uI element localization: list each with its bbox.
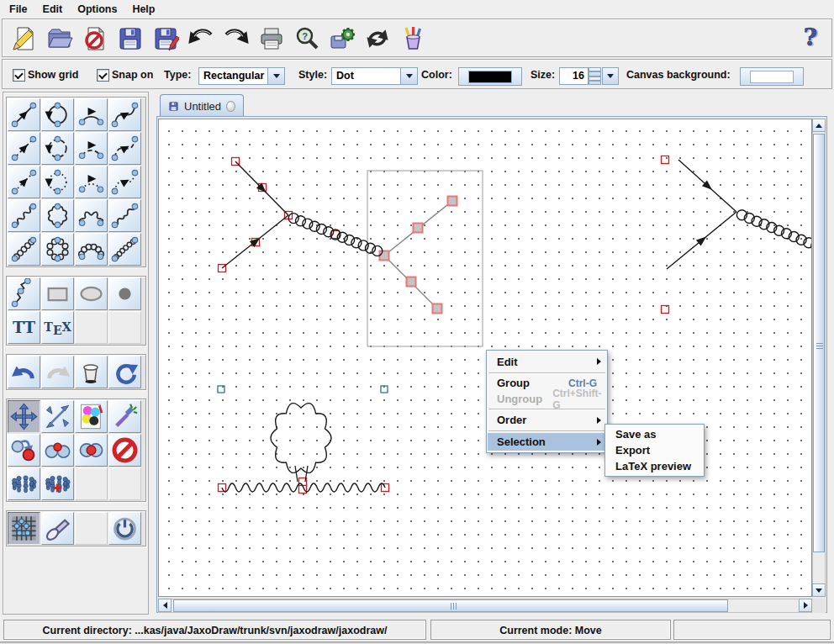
text-button[interactable]: TT <box>8 311 40 344</box>
context-menu-item-edit[interactable]: Edit <box>488 352 606 371</box>
grid-size-dropdown-button[interactable] <box>602 67 619 85</box>
ghost-arc-button[interactable] <box>75 166 108 198</box>
gluon-arc-button[interactable] <box>75 233 108 266</box>
menu-edit[interactable]: Edit <box>35 3 71 15</box>
grid-type-dropdown-button[interactable] <box>267 68 284 84</box>
refresh-button[interactable] <box>362 24 392 53</box>
snap-on-checkbox[interactable] <box>97 69 109 82</box>
drawing-canvas[interactable] <box>158 119 812 597</box>
scalar-line-button[interactable] <box>8 132 40 165</box>
export-button[interactable] <box>221 24 251 53</box>
resize-button[interactable] <box>41 400 74 433</box>
delete-button[interactable] <box>108 434 141 467</box>
zigzag-line-icon <box>8 278 40 309</box>
photon-arc-button[interactable] <box>75 199 108 232</box>
photon-line-button[interactable] <box>8 199 40 232</box>
latex-text-icon: TEX <box>42 312 73 343</box>
connect-button[interactable] <box>41 434 74 467</box>
photon-loop-button[interactable] <box>41 199 74 232</box>
scroll-left-button[interactable] <box>158 599 172 612</box>
magnify-button[interactable] <box>41 512 74 545</box>
refresh-button[interactable] <box>108 356 141 388</box>
fermion-line-button[interactable] <box>8 98 40 131</box>
new-button[interactable] <box>9 24 39 53</box>
tab-close-button[interactable] <box>226 101 235 112</box>
zigzag-line-button[interactable] <box>8 277 40 310</box>
blob-button[interactable] <box>75 277 108 310</box>
save-as-icon <box>152 25 179 52</box>
ghost-bezier-button[interactable] <box>108 166 141 198</box>
group-button[interactable] <box>8 467 40 500</box>
vertical-scrollbar[interactable] <box>812 119 826 597</box>
preferences-button[interactable] <box>327 24 356 53</box>
save-button[interactable] <box>115 24 145 53</box>
vertex-button[interactable] <box>108 277 141 310</box>
print-button[interactable] <box>256 24 286 53</box>
import-button[interactable] <box>186 24 215 53</box>
grid-size-input[interactable]: 16 <box>559 67 589 85</box>
fermion-arc-icon <box>76 99 107 130</box>
fermion-bezier-button[interactable] <box>108 98 141 131</box>
gluon-bezier-button[interactable] <box>108 233 141 266</box>
submenu-item-save-as[interactable]: Save as <box>606 426 703 442</box>
gluon-line-button[interactable] <box>8 233 40 266</box>
print-icon <box>258 25 285 52</box>
preview-button[interactable]: ? <box>292 24 321 53</box>
scalar-arc-button[interactable] <box>75 132 108 165</box>
scroll-down-button[interactable] <box>812 583 826 597</box>
photon-bezier-button[interactable] <box>108 199 141 232</box>
submenu-item-export[interactable]: Export <box>606 442 703 458</box>
box-button[interactable] <box>41 277 74 310</box>
horizontal-scrollbar-thumb[interactable] <box>173 599 728 612</box>
color-button[interactable] <box>75 400 108 433</box>
move-button[interactable] <box>8 400 40 433</box>
show-grid-checkbox[interactable] <box>13 69 25 82</box>
grid-color-button[interactable] <box>458 67 522 86</box>
spinner-down-button[interactable] <box>589 77 601 86</box>
fermion-loop-icon <box>42 99 73 130</box>
ghost-loop-button[interactable] <box>41 166 74 198</box>
scalar-loop-button[interactable] <box>41 132 74 165</box>
ghost-line-button[interactable] <box>8 166 40 198</box>
canvas-background-button[interactable] <box>740 67 804 86</box>
trash-button[interactable] <box>75 356 108 388</box>
photon-line-icon <box>8 200 40 231</box>
toolbar-buttons: ? <box>9 24 427 53</box>
menu-file[interactable]: File <box>2 3 35 15</box>
fermion-arc-button[interactable] <box>75 98 108 131</box>
close-button[interactable] <box>80 24 109 53</box>
scalar-bezier-button[interactable] <box>108 132 141 165</box>
menu-help[interactable]: Help <box>124 3 162 15</box>
duplicate-button[interactable] <box>8 434 40 467</box>
context-menu-item-order[interactable]: Order <box>488 411 606 429</box>
ghost-arc-icon <box>76 166 107 198</box>
save-as-button[interactable] <box>150 24 180 53</box>
spinner-up-button[interactable] <box>589 67 601 77</box>
grid-type-select[interactable]: Rectangular <box>198 67 285 85</box>
latex-text-button[interactable]: TEX <box>41 311 74 344</box>
svg-text:?: ? <box>803 24 816 51</box>
open-button[interactable] <box>45 24 74 53</box>
edit-button[interactable] <box>108 400 141 433</box>
tab-untitled[interactable]: Untitled <box>160 94 244 117</box>
menu-options[interactable]: Options <box>70 3 124 15</box>
undo-button[interactable] <box>8 356 40 388</box>
grid-style-select[interactable]: Dot <box>331 67 418 85</box>
grid-button[interactable] <box>8 512 40 545</box>
tools-button[interactable] <box>398 24 427 53</box>
grid-size-spinner[interactable] <box>589 67 601 85</box>
power-button[interactable] <box>108 512 141 545</box>
context-menu-item-selection[interactable]: Selection <box>488 433 606 451</box>
ungroup-button[interactable] <box>41 467 74 500</box>
submenu-item-latex-preview[interactable]: LaTeX preview <box>606 458 703 474</box>
gluon-loop-button[interactable] <box>41 233 74 266</box>
scroll-right-button[interactable] <box>799 599 812 612</box>
vertical-scrollbar-thumb[interactable] <box>813 134 825 552</box>
help-button[interactable]: ?? <box>795 23 825 52</box>
fermion-loop-button[interactable] <box>41 98 74 131</box>
merge-button[interactable] <box>75 434 108 467</box>
canvas-background-swatch <box>750 71 794 83</box>
grid-style-dropdown-button[interactable] <box>400 68 417 84</box>
horizontal-scrollbar[interactable] <box>158 599 812 613</box>
scroll-up-button[interactable] <box>812 119 826 132</box>
